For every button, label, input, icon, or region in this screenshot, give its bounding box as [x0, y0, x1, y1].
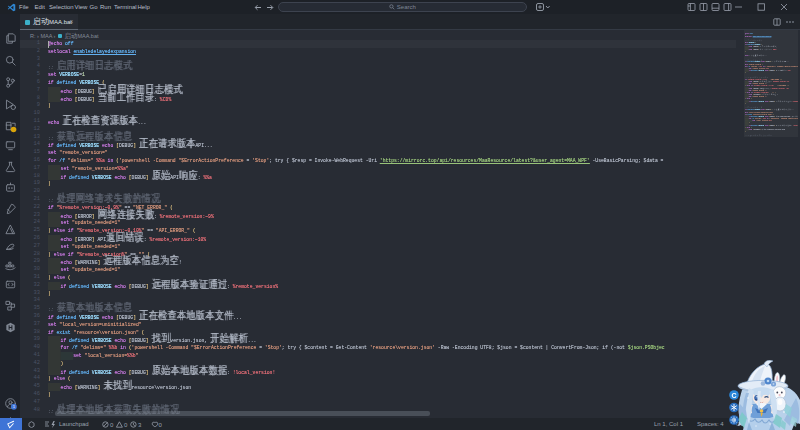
svg-text:3: 3 — [138, 422, 142, 428]
svg-text:0: 0 — [124, 422, 128, 428]
svg-text:C: C — [731, 392, 736, 399]
svg-text:0: 0 — [110, 422, 114, 428]
svg-text:0: 0 — [159, 422, 163, 428]
